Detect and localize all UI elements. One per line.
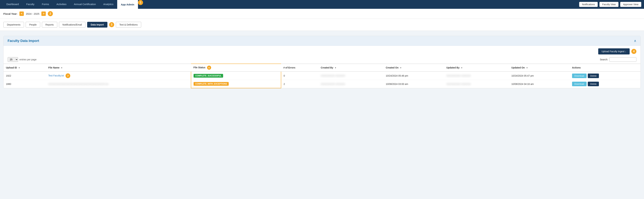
nav-right-buttons: Notifications Faculty View Approver View xyxy=(579,2,641,7)
faculty-data-import-section: Faculty Data Import ∧ Upload Faculty Ing… xyxy=(4,36,640,88)
updated-by-value: XXXXXXXXX XXXXXX xyxy=(446,83,471,85)
top-navigation: Dashboard Faculty Forms Activities Annua… xyxy=(0,0,644,9)
nav-badge-1: 1 xyxy=(138,0,143,5)
download-button-row2[interactable]: Download xyxy=(572,82,586,86)
table-row: 1880 XXXXXXXXXXXXXXXXXXXXXXXXXXXXXXXXXXX… xyxy=(4,80,640,88)
tab-data-import[interactable]: Data Import xyxy=(87,22,108,28)
fiscal-year-label: Fiscal Year: xyxy=(4,12,18,15)
cell-file-name: Test Faculty.txt 7 xyxy=(46,72,191,80)
cell-upload-id: 1880 xyxy=(4,80,46,88)
fiscal-prev-button[interactable]: < xyxy=(20,12,24,16)
cell-updated-on: 10/08/2024 04:16 am xyxy=(509,80,570,88)
cell-file-status: COMPLETE_SUCCESSFUL xyxy=(191,72,281,80)
cell-created-by: XXXXXXXXX XXXXXX xyxy=(318,72,384,80)
cell-file-name: XXXXXXXXXXXXXXXXXXXXXXXXXXXXXXXXXXXX.txt xyxy=(46,80,191,88)
tab-notifications-email[interactable]: Notifications/Email xyxy=(59,22,86,28)
faculty-view-button[interactable]: Faculty View xyxy=(600,2,618,7)
tab-text-definitions[interactable]: Text & Definitions xyxy=(116,22,141,28)
delete-button-row2[interactable]: Delete xyxy=(588,82,599,86)
section-title: Faculty Data Import xyxy=(8,39,39,43)
upload-badge-4: 4 xyxy=(631,49,636,54)
table-row: 1922 Test Faculty.txt 7 COMPLETE_SUCCESS… xyxy=(4,72,640,80)
entries-per-page-select[interactable]: 25 50 100 xyxy=(8,57,18,62)
fiscal-next-button[interactable]: > xyxy=(42,12,46,16)
created-by-value: XXXXXXXXX XXXXXX xyxy=(321,74,345,77)
cell-errors: 2 xyxy=(281,80,318,88)
nav-item-annual-certification[interactable]: Annual Certification xyxy=(70,0,100,9)
col-actions: Actions xyxy=(570,64,640,72)
cell-file-status: COMPLETE_WITH_EXCEPTIONS xyxy=(191,80,281,88)
nav-item-dashboard[interactable]: Dashboard xyxy=(3,0,22,9)
search-input[interactable] xyxy=(610,57,636,62)
data-table: Upload ID ▼ File Name ▼ File Status 6 # … xyxy=(4,64,640,88)
col-file-name[interactable]: File Name ▼ xyxy=(46,64,191,72)
cell-upload-id: 1922 xyxy=(4,72,46,80)
sort-arrow-updated-on: ▼ xyxy=(526,67,528,69)
nav-item-activities[interactable]: Activities xyxy=(53,0,70,9)
status-badge-success: COMPLETE_SUCCESSFUL xyxy=(194,74,223,78)
entries-left: 25 50 100 entries per page xyxy=(8,57,36,62)
table-header-row: Upload ID ▼ File Name ▼ File Status 6 # … xyxy=(4,64,640,72)
notifications-button[interactable]: Notifications xyxy=(579,2,598,7)
tab-departments[interactable]: Departments xyxy=(4,22,24,28)
file-name-blurred: XXXXXXXXXXXXXXXXXXXXXXXXXXXXXXXXXXXX.txt xyxy=(48,83,108,85)
cell-actions: Download Delete xyxy=(570,72,640,80)
section-header: Faculty Data Import ∧ xyxy=(4,36,640,46)
col-created-by[interactable]: Created By ▼ xyxy=(318,64,384,72)
cell-updated-on: 10/24/2024 05:47 pm xyxy=(509,72,570,80)
entries-label: entries per page xyxy=(20,58,36,61)
updated-by-value: XXXXXXXXX XXXXXX xyxy=(446,74,471,77)
approver-view-button[interactable]: Approver View xyxy=(620,2,641,7)
col-created-on[interactable]: Created On ▼ xyxy=(384,64,444,72)
sort-arrow-created-by: ▼ xyxy=(334,67,336,69)
delete-button-row1[interactable]: Delete xyxy=(588,74,599,78)
table-controls-top: Upload Faculty Ingest ↓ 4 xyxy=(4,46,640,57)
cell-updated-by: XXXXXXXXX XXXXXX xyxy=(444,72,509,80)
col-updated-by[interactable]: Updated By ▼ xyxy=(444,64,509,72)
fiscal-year-value: 2024 - 2025 xyxy=(26,12,39,15)
sort-arrow-upload-id: ▼ xyxy=(18,67,20,69)
search-label: Search: xyxy=(600,58,608,61)
tabs-row: Departments People Reports Notifications… xyxy=(0,19,644,31)
cell-created-on: 10/08/2024 03:00 am xyxy=(384,80,444,88)
row-badge-7: 7 xyxy=(66,73,70,78)
collapse-icon[interactable]: ∧ xyxy=(634,39,636,43)
sort-arrow-created-on: ▼ xyxy=(400,67,402,69)
nav-item-analytics[interactable]: Analytics xyxy=(100,0,117,9)
entries-row: 25 50 100 entries per page Search: xyxy=(4,57,640,64)
created-by-value: XXXXXXXXX XXXXXX xyxy=(321,83,345,85)
nav-items: Dashboard Faculty Forms Activities Annua… xyxy=(3,0,579,9)
main-content: Faculty Data Import ∧ Upload Faculty Ing… xyxy=(0,31,644,92)
nav-item-faculty[interactable]: Faculty xyxy=(22,0,38,9)
file-name-link[interactable]: Test Faculty.txt xyxy=(48,74,64,77)
status-badge-exception: COMPLETE_WITH_EXCEPTIONS xyxy=(194,82,229,86)
nav-item-app-admin[interactable]: App Admin xyxy=(117,0,138,9)
tab-reports[interactable]: Reports xyxy=(42,22,57,28)
cell-created-on: 10/24/2024 05:46 pm xyxy=(384,72,444,80)
fiscal-year-bar: Fiscal Year: < 2024 - 2025 > 2 xyxy=(0,9,644,19)
col-upload-id[interactable]: Upload ID ▼ xyxy=(4,64,46,72)
tab-people[interactable]: People xyxy=(26,22,40,28)
file-status-badge-6: 6 xyxy=(207,66,211,70)
sort-arrow-file-name: ▼ xyxy=(61,67,63,69)
nav-item-forms[interactable]: Forms xyxy=(38,0,53,9)
download-button-row1[interactable]: Download xyxy=(572,74,586,78)
cell-actions: Download Delete xyxy=(570,80,640,88)
col-updated-on[interactable]: Updated On ▼ xyxy=(509,64,570,72)
sort-arrow-updated-by: ▼ xyxy=(461,67,463,69)
col-file-status: File Status 6 xyxy=(191,64,281,72)
col-errors: # of Errors xyxy=(281,64,318,72)
tabs-badge-3: 3 xyxy=(109,22,114,27)
cell-created-by: XXXXXXXXX XXXXXX xyxy=(318,80,384,88)
search-right: Search: xyxy=(600,57,636,62)
cell-updated-by: XXXXXXXXX XXXXXX xyxy=(444,80,509,88)
fiscal-badge-2: 2 xyxy=(48,11,53,16)
upload-faculty-ingest-button[interactable]: Upload Faculty Ingest ↓ xyxy=(598,48,630,54)
cell-errors: 0 xyxy=(281,72,318,80)
